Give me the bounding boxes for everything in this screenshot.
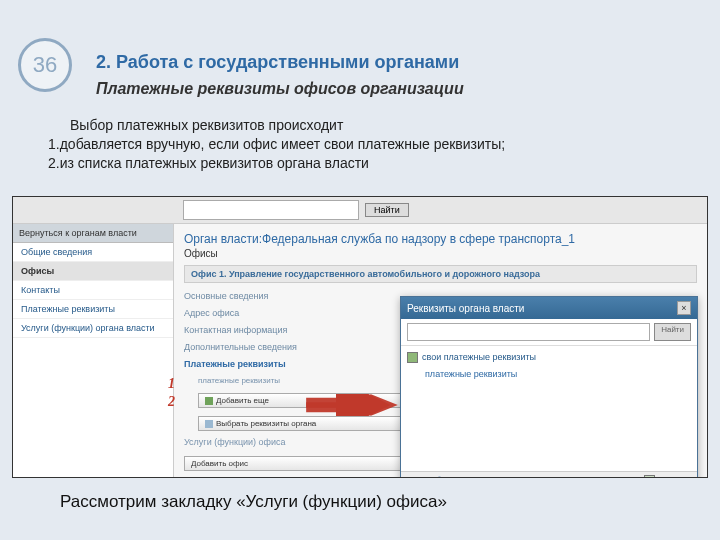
annotation-1: 1 [168,376,175,392]
popup-footer: Все Выбранные (0) Выбрать [401,471,697,478]
body-line-1: Выбор платежных реквизитов происходит [70,116,505,135]
main-panel: Орган власти:Федеральная служба по надзо… [174,224,707,478]
body-line-3: 2.из списка платежных реквизитов органа … [48,154,505,173]
offices-label: Офисы [184,248,697,259]
bottom-note: Рассмотрим закладку «Услуги (функции) оф… [60,492,447,512]
page-number-badge: 36 [18,38,72,92]
sidebar-back-link[interactable]: Вернуться к органам власти [13,224,173,243]
popup-search-input[interactable] [407,323,650,341]
body-text: Выбор платежных реквизитов происходит 1.… [48,116,505,173]
popup-find-button[interactable]: Найти [654,323,691,341]
sidebar: Вернуться к органам власти Общие сведени… [13,224,174,478]
office-header[interactable]: Офис 1. Управление государственного авто… [184,265,697,283]
popup-item-1[interactable]: свои платежные реквизиты [407,352,691,363]
app-topbar: Найти [13,197,707,224]
section-subtitle: Платежные реквизиты офисов организации [96,80,464,98]
page-number: 36 [33,52,57,78]
popup-title: Реквизиты органа власти [407,303,524,314]
check-icon [644,475,655,478]
popup-close-button[interactable]: × [677,301,691,315]
sidebar-item-services[interactable]: Услуги (функции) органа власти [13,319,173,338]
body-line-2: 1.добавляется вручную, если офис имеет с… [48,135,505,154]
popup-search-row: Найти [401,319,697,346]
popup-body: свои платежные реквизиты платежные рекви… [401,346,697,385]
sidebar-item-payments[interactable]: Платежные реквизиты [13,300,173,319]
popup-header: Реквизиты органа власти × [401,297,697,319]
footer-selected-link[interactable]: Выбранные (0) [425,475,481,478]
checkbox-checked-icon[interactable] [407,352,418,363]
section-title: 2. Работа с государственными органами [96,52,459,73]
popup-item-2[interactable]: платежные реквизиты [425,369,691,379]
sidebar-item-offices[interactable]: Офисы [13,262,173,281]
popup-footer-left: Все Выбранные (0) [407,475,481,478]
plus-icon [205,397,213,405]
search-input[interactable] [183,200,359,220]
list-icon [205,420,213,428]
find-button[interactable]: Найти [365,203,409,217]
popup-choose-button[interactable]: Выбрать [644,475,691,478]
sidebar-item-general[interactable]: Общие сведения [13,243,173,262]
sidebar-item-contacts[interactable]: Контакты [13,281,173,300]
footer-all-link[interactable]: Все [407,475,421,478]
org-title: Орган власти:Федеральная служба по надзо… [184,232,697,246]
annotation-2: 2 [168,394,175,410]
requisites-popup: Реквизиты органа власти × Найти свои пла… [400,296,698,478]
screenshot-frame: Найти Вернуться к органам власти Общие с… [12,196,708,478]
